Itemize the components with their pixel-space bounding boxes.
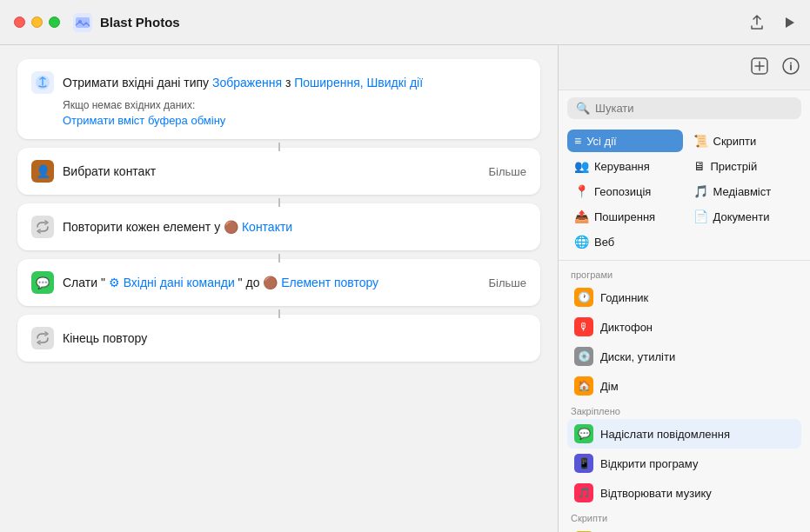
repeat-item-link[interactable]: 🟤 Елемент повтору <box>263 276 378 289</box>
sidebar-list: програми 🕐 Годинник 🎙 Диктофон 💿 Диски, … <box>559 264 810 532</box>
disks-icon: 💿 <box>574 347 593 366</box>
canvas-panel: Отримати вхідні дані типу Зображення з П… <box>0 45 558 532</box>
sidebar-header <box>559 45 810 90</box>
source-link[interactable]: Поширення, Швидкі дії <box>294 76 423 90</box>
app-clock[interactable]: 🕐 Годинник <box>567 283 801 312</box>
minimize-button[interactable] <box>31 17 43 28</box>
clipboard-link[interactable]: Отримати вміст буфера обміну <box>63 114 225 127</box>
category-web-label: Веб <box>594 236 614 249</box>
window-title: Blast Photos <box>100 15 749 30</box>
app-icon <box>72 12 93 33</box>
category-share[interactable]: 📤 Поширення <box>567 205 683 228</box>
connector-1 <box>17 143 540 151</box>
send-message-icon: 💬 <box>574 424 593 443</box>
info-button[interactable] <box>782 57 800 78</box>
open-app-icon: 📱 <box>574 454 593 473</box>
category-manage[interactable]: 👥 Керування <box>567 155 683 177</box>
category-media[interactable]: 🎵 Медіавміст <box>686 180 802 203</box>
open-app-label: Відкрити програму <box>600 457 698 470</box>
input-title: Отримати вхідні дані типу Зображення з П… <box>63 76 526 90</box>
end-repeat-icon <box>31 327 54 349</box>
send-message-label: Надіслати повідомлення <box>600 428 730 441</box>
play-button[interactable] <box>782 16 796 30</box>
all-icon: ≡ <box>574 134 581 148</box>
pick-contact-title: Вибрати контакт <box>63 164 480 178</box>
category-all[interactable]: ≡ Усі дії <box>567 130 683 152</box>
end-repeat-card[interactable]: Кінець повтору <box>17 315 540 362</box>
fullscreen-button[interactable] <box>49 17 60 28</box>
close-button[interactable] <box>14 17 25 28</box>
end-repeat-title: Кінець повтору <box>63 331 526 345</box>
category-docs-label: Документи <box>713 210 770 223</box>
search-icon: 🔍 <box>576 102 590 115</box>
web-icon: 🌐 <box>574 235 589 249</box>
pick-contact-icon: 👤 <box>31 160 54 183</box>
category-web[interactable]: 🌐 Веб <box>567 230 683 253</box>
category-geo[interactable]: 📍 Геопозиція <box>567 180 683 203</box>
home-icon: 🏠 <box>574 376 593 396</box>
contacts-link[interactable]: 🟤 Контакти <box>224 220 292 234</box>
apps-section-label: програми <box>567 264 801 283</box>
send-badge: Більше <box>489 276 526 289</box>
share-icon: 📤 <box>574 209 589 223</box>
connector-3 <box>17 254 540 263</box>
play-music-label: Відтворювати музику <box>600 487 712 500</box>
play-music-icon: 🎵 <box>574 483 593 502</box>
svg-rect-1 <box>76 17 90 28</box>
category-device-label: Пристрій <box>711 160 758 173</box>
input-card[interactable]: Отримати вхідні дані типу Зображення з П… <box>17 59 540 139</box>
scripts-icon: 📜 <box>693 134 708 148</box>
scripts-section-label: Скрипти <box>567 508 801 526</box>
manage-icon: 👥 <box>574 159 589 173</box>
category-device[interactable]: 🖥 Пристрій <box>686 155 802 177</box>
dictaphone-icon: 🎙 <box>574 317 593 336</box>
repeat-icon <box>31 216 54 238</box>
category-share-label: Поширення <box>594 210 655 223</box>
app-home[interactable]: 🏠 Дім <box>567 371 801 401</box>
share-button[interactable] <box>749 15 765 30</box>
send-title: Слати " ⚙ Вхідні дані команди " до 🟤 Еле… <box>63 276 480 289</box>
category-manage-label: Керування <box>594 160 650 173</box>
sidebar-panel: 🔍 ≡ Усі дії 📜 Скрипти 👥 Керування 🖥 Прис… <box>558 45 810 532</box>
app-dictaphone[interactable]: 🎙 Диктофон <box>567 312 801 342</box>
home-label: Дім <box>600 380 619 393</box>
add-action-button[interactable] <box>751 57 768 78</box>
send-icon: 💬 <box>31 271 54 294</box>
pick-contact-card[interactable]: 👤 Вибрати контакт Більше <box>17 148 540 195</box>
app-disks[interactable]: 💿 Диски, утиліти <box>567 342 801 371</box>
pinned-section-label: Закріплено <box>567 401 801 419</box>
type-link[interactable]: Зображення <box>212 76 282 90</box>
title-bar: Blast Photos <box>0 0 810 45</box>
connector-4 <box>17 309 540 318</box>
category-scripts-label: Скрипти <box>713 135 757 148</box>
docs-icon: 📄 <box>693 209 708 223</box>
search-bar: 🔍 <box>567 97 801 119</box>
clock-icon: 🕐 <box>574 288 593 307</box>
repeat-card[interactable]: Повторити кожен елемент у 🟤 Контакти <box>17 203 540 250</box>
svg-point-6 <box>790 62 792 63</box>
category-scripts[interactable]: 📜 Скрипти <box>686 130 802 152</box>
section-divider-1 <box>559 260 810 261</box>
pinned-play-music[interactable]: 🎵 Відтворювати музику <box>567 478 801 508</box>
category-grid: ≡ Усі дії 📜 Скрипти 👥 Керування 🖥 Пристр… <box>559 126 810 256</box>
device-icon: 🖥 <box>693 159 706 173</box>
pinned-open-app[interactable]: 📱 Відкрити програму <box>567 449 801 478</box>
disks-label: Диски, утиліти <box>600 350 675 363</box>
no-input-label: Якщо немає вхідних даних: <box>63 99 526 111</box>
pinned-send-message[interactable]: 💬 Надіслати повідомлення <box>567 419 801 449</box>
category-all-label: Усі дії <box>586 135 616 148</box>
pick-contact-badge: Більше <box>489 165 526 178</box>
dictaphone-label: Диктофон <box>600 321 653 334</box>
search-input[interactable] <box>595 102 793 115</box>
input-icon <box>31 71 54 94</box>
traffic-lights <box>14 17 60 28</box>
script-comment[interactable]: — Коментар <box>567 526 801 532</box>
title-actions <box>749 15 796 30</box>
command-input-link[interactable]: ⚙ Вхідні дані команди <box>109 276 235 289</box>
category-media-label: Медіавміст <box>713 185 772 198</box>
category-docs[interactable]: 📄 Документи <box>686 205 802 228</box>
send-card[interactable]: 💬 Слати " ⚙ Вхідні дані команди " до 🟤 Е… <box>17 259 540 306</box>
repeat-title: Повторити кожен елемент у 🟤 Контакти <box>63 220 526 234</box>
geo-icon: 📍 <box>574 184 589 198</box>
clock-label: Годинник <box>600 291 648 304</box>
